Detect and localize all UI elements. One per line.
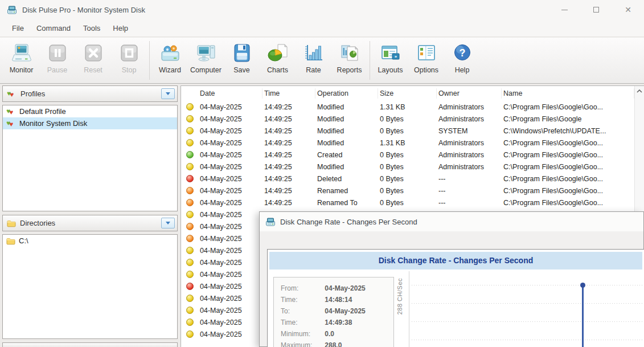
toolbar-button-label: Wizard bbox=[159, 66, 181, 74]
directories-dropdown-button[interactable] bbox=[161, 218, 175, 228]
wizard-button[interactable]: Wizard bbox=[152, 38, 188, 83]
help-icon: ? bbox=[452, 42, 473, 65]
save-button[interactable]: Save bbox=[224, 38, 260, 83]
cell-name: C:\Program Files\Google\Goo... bbox=[502, 139, 634, 147]
status-dot-icon bbox=[186, 163, 194, 170]
toolbar: Monitor Pause Reset Stop Wizard bbox=[0, 38, 644, 84]
stat-label: Time: bbox=[281, 317, 323, 328]
minimize-button[interactable] bbox=[548, 0, 580, 19]
date-column-header[interactable]: Date bbox=[198, 88, 262, 99]
table-row[interactable]: 04-May-2025 14:49:25 Renamed 0 Bytes ---… bbox=[181, 185, 644, 197]
table-row[interactable]: 04-May-2025 14:49:25 Modified 0 Bytes Ad… bbox=[181, 113, 644, 125]
dialog-title-bar[interactable]: Disk Change Rate - Changes Per Second bbox=[260, 212, 643, 231]
minimize-icon bbox=[561, 10, 568, 10]
scroll-up-icon[interactable] bbox=[635, 86, 644, 96]
toolbar-button-label: Save bbox=[233, 66, 250, 74]
cell-owner: Administrators bbox=[437, 139, 502, 147]
disk-pulse-dialog-icon bbox=[265, 217, 276, 227]
directories-list: C:\ bbox=[2, 234, 178, 339]
owner-column-header[interactable]: Owner bbox=[437, 88, 502, 99]
cell-owner: Administrators bbox=[437, 163, 502, 171]
table-row[interactable]: 04-May-2025 14:49:25 Modified 1.31 KB Ad… bbox=[181, 101, 644, 113]
cell-operation: Modified bbox=[315, 163, 378, 171]
chart-panel: Disk Change Rate - Changes Per Second Fr… bbox=[267, 249, 644, 347]
cell-time: 14:49:25 bbox=[262, 127, 315, 135]
menu-bar: File Command Tools Help bbox=[0, 19, 644, 37]
directory-item-label: C:\ bbox=[19, 236, 28, 245]
cell-owner: Administrators bbox=[437, 103, 502, 111]
computer-icon bbox=[195, 42, 217, 65]
status-dot-icon bbox=[186, 319, 194, 326]
table-header: Date Time Operation Size Owner Name bbox=[181, 86, 644, 101]
stat-label: Minimum: bbox=[281, 328, 323, 340]
monitor-button[interactable]: Monitor bbox=[3, 38, 39, 83]
table-row[interactable]: 04-May-2025 14:49:25 Deleted 0 Bytes ---… bbox=[181, 173, 644, 185]
rate-button[interactable]: Rate bbox=[296, 38, 331, 83]
cell-date: 04-May-2025 bbox=[198, 295, 262, 303]
chart-spike bbox=[582, 285, 584, 347]
profile-icon: ♥♥ bbox=[6, 119, 16, 128]
folder-icon bbox=[6, 237, 15, 245]
cell-operation: Created bbox=[315, 151, 378, 159]
layouts-button[interactable]: » Layouts bbox=[372, 38, 408, 83]
profile-item-default[interactable]: ♥♥ Default Profile bbox=[3, 105, 177, 117]
charts-button[interactable]: Charts bbox=[260, 38, 296, 83]
window-controls: ✕ bbox=[548, 0, 644, 19]
status-dot-icon bbox=[186, 235, 194, 242]
chart-content: From: 04-May-2025 Time: 14:48:14 To: 04-… bbox=[268, 271, 644, 347]
profiles-panel-title: Profiles bbox=[20, 89, 161, 98]
help-button[interactable]: ? Help bbox=[444, 38, 480, 83]
reports-icon bbox=[339, 42, 360, 65]
stat-label: Maximum: bbox=[281, 340, 323, 347]
gridline bbox=[412, 285, 644, 285]
cell-date: 04-May-2025 bbox=[198, 283, 262, 291]
status-dot-icon bbox=[186, 307, 194, 314]
menu-item[interactable]: Tools bbox=[77, 21, 106, 35]
stat-row: Time: 14:49:38 bbox=[281, 317, 393, 328]
status-dot-icon bbox=[186, 295, 194, 302]
options-button[interactable]: Options bbox=[408, 38, 444, 83]
chevron-down-icon bbox=[166, 222, 170, 224]
profile-item-monitor-system-disk[interactable]: ♥♥ Monitor System Disk bbox=[3, 117, 177, 129]
operation-column-header[interactable]: Operation bbox=[315, 88, 378, 99]
chart-stats-box: From: 04-May-2025 Time: 14:48:14 To: 04-… bbox=[273, 277, 394, 347]
cell-date: 04-May-2025 bbox=[198, 163, 262, 171]
disk-pulse-app-icon bbox=[7, 5, 17, 15]
table-row[interactable]: 04-May-2025 14:49:25 Modified 0 Bytes Ad… bbox=[181, 161, 644, 173]
stat-value: 0.0 bbox=[325, 330, 334, 338]
table-row[interactable]: 04-May-2025 14:49:25 Created 0 Bytes Adm… bbox=[181, 149, 644, 161]
menu-item[interactable]: File bbox=[6, 21, 30, 35]
menu-item[interactable]: Command bbox=[30, 21, 77, 35]
name-column-header[interactable]: Name bbox=[502, 88, 634, 99]
directory-item[interactable]: C:\ bbox=[3, 235, 177, 247]
cell-date: 04-May-2025 bbox=[198, 127, 262, 135]
charts-icon bbox=[267, 42, 289, 65]
layouts-icon: » bbox=[380, 42, 401, 65]
close-button[interactable]: ✕ bbox=[612, 0, 644, 19]
computer-button[interactable]: Computer bbox=[188, 38, 224, 83]
cell-date: 04-May-2025 bbox=[198, 223, 262, 231]
cell-name: C:\Windows\Prefetch\UPDATE... bbox=[502, 127, 634, 135]
maximize-button[interactable] bbox=[580, 0, 612, 19]
gridline bbox=[412, 321, 644, 322]
cell-owner: Administrators bbox=[437, 151, 502, 159]
cell-size: 0 Bytes bbox=[378, 115, 437, 123]
table-row[interactable]: 04-May-2025 14:49:25 Modified 0 Bytes SY… bbox=[181, 125, 644, 137]
toolbar-button-label: Pause bbox=[47, 66, 67, 74]
app-window: Disk Pulse Pro - Monitor System Disk ✕ F… bbox=[0, 0, 644, 347]
table-row[interactable]: 04-May-2025 14:49:25 Modified 1.31 KB Ad… bbox=[181, 137, 644, 149]
reset-icon bbox=[83, 42, 104, 65]
cell-size: 0 Bytes bbox=[378, 151, 437, 159]
status-column-header[interactable] bbox=[181, 88, 198, 99]
table-row[interactable]: 04-May-2025 14:49:25 Renamed To 0 Bytes … bbox=[181, 197, 644, 209]
reports-button[interactable]: Reports bbox=[331, 38, 367, 83]
cell-owner: Administrators bbox=[437, 115, 502, 123]
size-column-header[interactable]: Size bbox=[378, 88, 437, 99]
pause-icon bbox=[47, 42, 68, 65]
time-column-header[interactable]: Time bbox=[262, 88, 315, 99]
status-dot-icon bbox=[186, 115, 194, 123]
pause-button: Pause bbox=[39, 38, 75, 83]
cell-operation: Modified bbox=[315, 127, 378, 135]
menu-item[interactable]: Help bbox=[106, 21, 134, 35]
profiles-dropdown-button[interactable] bbox=[161, 88, 175, 99]
